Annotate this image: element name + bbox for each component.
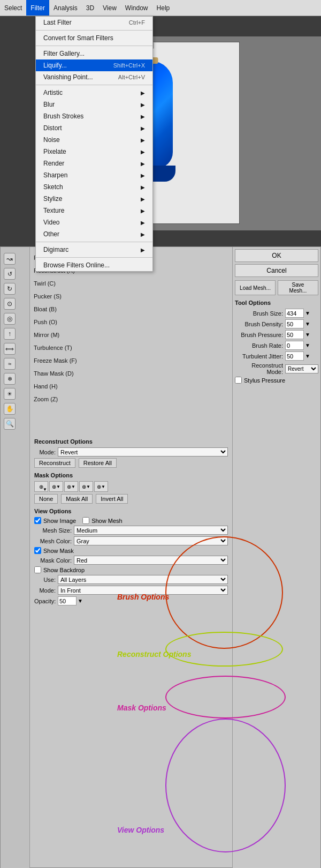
filter-last-filter[interactable]: Last Filter Ctrl+F [36,17,152,28]
filter-gallery[interactable]: Filter Gallery... [36,48,152,59]
show-image-row: Show Image Show Mesh [34,517,228,524]
restore-all-button[interactable]: Restore All [79,458,117,468]
tool-label-freeze: Freeze Mask (F) [32,354,145,367]
mask-options-header: Mask Options [34,471,228,480]
reconstruct-button[interactable]: Reconstruct [34,458,75,468]
stylus-pressure-checkbox[interactable] [235,377,242,384]
opacity-input[interactable] [58,596,77,605]
menu-filter[interactable]: Filter [26,0,49,16]
filter-sketch[interactable]: Sketch ▶ [36,181,152,193]
thaw-icon: ☀ [4,388,16,400]
filter-video[interactable]: Video ▶ [36,216,152,228]
brush-density-input[interactable] [285,319,304,328]
hand-icon: ✋ [4,403,16,415]
brush-size-input[interactable] [285,309,304,318]
filter-vanishing-point[interactable]: Vanishing Point... Alt+Ctrl+V [36,71,152,83]
freeze-icon: ❄ [4,373,16,385]
show-backdrop-row: Show Backdrop [34,566,228,573]
show-mask-checkbox[interactable] [34,547,41,554]
filter-artistic[interactable]: Artistic ▶ [36,87,152,99]
tool-turbulence[interactable]: ≈ [1,356,29,371]
tool-bloat[interactable]: ◎ [1,311,29,326]
menu-3d[interactable]: 3D [82,0,98,16]
mesh-color-select[interactable]: Gray [74,536,228,545]
tool-thaw-mask[interactable]: ☀ [1,386,29,401]
show-mesh-checkbox[interactable] [82,517,89,524]
tool-label-pucker: Pucker (S) [32,290,145,303]
tool-pucker[interactable]: ⊙ [1,296,29,311]
filter-blur[interactable]: Blur ▶ [36,99,152,110]
mask-options-section: Mask Options ⊕ ▼ ⊕ ▼ ⊕ ▼ ⊕ ▼ [34,471,228,504]
ok-button[interactable]: OK [235,249,318,262]
tool-push[interactable]: ↑ [1,326,29,341]
mask-icon-5[interactable]: ⊕ ▼ [94,481,108,492]
load-mesh-button[interactable]: Load Mesh... [235,280,276,295]
filter-distort[interactable]: Distort ▶ [36,122,152,134]
menu-select[interactable]: Select [0,0,26,16]
mesh-size-row: Mesh Size: Medium [34,526,228,535]
menu-window[interactable]: Window [121,0,152,16]
mode-row: Mode: Revert [34,447,228,457]
use-select[interactable]: All Layers [58,575,228,584]
brush-rate-input[interactable] [285,341,304,350]
turbulent-jitter-input[interactable] [285,351,304,361]
mask-icon-4[interactable]: ⊕ ▼ [79,481,93,492]
cancel-button[interactable]: Cancel [235,264,318,277]
mask-icon-2[interactable]: ⊕ ▼ [49,481,63,492]
filter-browse-online[interactable]: Browse Filters Online... [36,259,152,271]
menu-help[interactable]: Help [152,0,174,16]
pucker-icon: ⊙ [4,298,16,310]
mask-icon-1[interactable]: ⊕ ▼ [34,481,48,492]
filter-convert-smart[interactable]: Convert for Smart Filters [36,32,152,44]
filter-render[interactable]: Render ▶ [36,158,152,169]
mirror-icon: ⟺ [4,343,16,355]
mask-color-select[interactable]: Red [74,556,228,565]
show-backdrop-checkbox[interactable] [34,566,41,573]
filter-sharpen[interactable]: Sharpen ▶ [36,169,152,181]
filter-digimarc[interactable]: Digimarc ▶ [36,244,152,256]
reconstruct-mode-select[interactable]: Revert [285,364,318,373]
tool-label-push: Push (O) [32,316,145,328]
tool-mirror[interactable]: ⟺ [1,341,29,356]
filter-stylize[interactable]: Stylize ▶ [36,193,152,205]
show-mask-row: Show Mask [34,547,228,554]
brush-pressure-input[interactable] [285,330,304,339]
mask-all-button[interactable]: Mask All [61,494,93,504]
filter-pixelate[interactable]: Pixelate ▶ [36,146,152,158]
filter-brush-strokes[interactable]: Brush Strokes ▶ [36,110,152,122]
tool-zoom[interactable]: 🔍 [1,416,29,431]
liquify-sidebar: OK Cancel Load Mesh... Save Mesh... Tool… [232,247,320,868]
tool-forward-warp[interactable]: ↝ [1,251,29,266]
tool-twirl[interactable]: ↻ [1,281,29,296]
mask-icon-3[interactable]: ⊕ ▼ [64,481,78,492]
mesh-size-select[interactable]: Medium [74,526,228,535]
invert-all-button[interactable]: Invert All [96,494,128,504]
mask-icon-row: ⊕ ▼ ⊕ ▼ ⊕ ▼ ⊕ ▼ ⊕ ▼ [34,481,228,492]
tool-reconstruct[interactable]: ↺ [1,266,29,281]
mode-select[interactable]: Revert [58,447,228,457]
tool-freeze-mask[interactable]: ❄ [1,371,29,386]
filter-texture[interactable]: Texture ▶ [36,205,152,216]
menu-analysis[interactable]: Analysis [49,0,82,16]
tool-hand[interactable]: ✋ [1,401,29,416]
tool-label-twirl: Twirl (C) [32,277,145,290]
none-button[interactable]: None [34,494,58,504]
show-image-checkbox[interactable] [34,517,41,524]
filter-liquify[interactable]: Liquify... Shift+Ctrl+X [36,59,152,71]
filter-noise[interactable]: Noise ▶ [36,134,152,146]
reconstruct-buttons: Reconstruct Restore All [34,458,228,468]
menu-view[interactable]: View [98,0,121,16]
turbulent-jitter-row: Turbulent Jitter: ▼ [235,351,318,361]
separator-3 [36,85,152,85]
use-row: Use: All Layers [34,575,228,584]
view-options-header: View Options [34,507,228,515]
brush-size-row: Brush Size: ▼ [235,309,318,318]
mesh-color-row: Mesh Color: Gray [34,536,228,545]
twirl-icon: ↻ [4,283,16,295]
mode2-select[interactable]: In Front [58,586,228,595]
brush-rate-row: Brush Rate: ▼ [235,341,318,350]
save-mesh-button[interactable]: Save Mesh... [278,280,318,295]
zoom-icon: 🔍 [4,418,16,430]
liquify-tools-panel: ↝ ↺ ↻ ⊙ ◎ ↑ ⟺ ≈ ❄ ☀ ✋ 🔍 [1,247,30,868]
filter-other[interactable]: Other ▶ [36,228,152,240]
